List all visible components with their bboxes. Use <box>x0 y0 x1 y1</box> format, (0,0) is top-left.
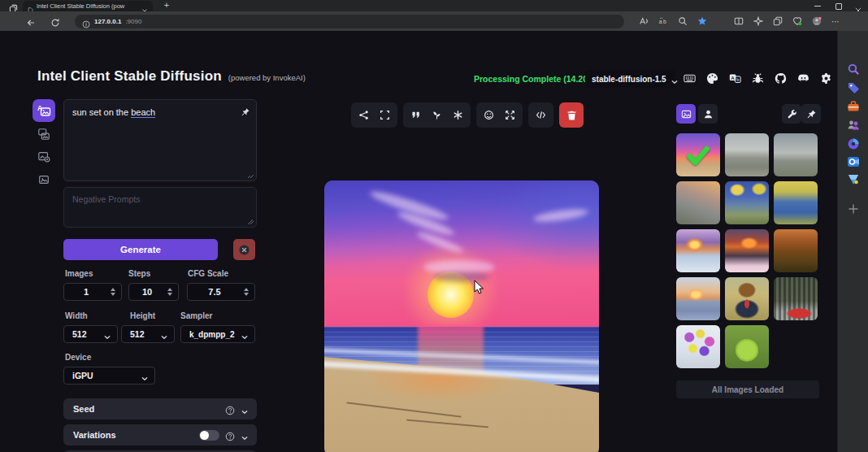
gallery-images-view-button[interactable] <box>676 104 696 124</box>
window-close-icon[interactable] <box>855 2 861 9</box>
gallery-thumbnail-green-apple[interactable] <box>725 325 769 368</box>
gallery-thumbnail-ocean-sunset[interactable] <box>676 277 720 320</box>
metadata-code-icon[interactable] <box>536 110 546 120</box>
device-select[interactable]: iGPU <box>63 367 155 385</box>
gallery-thumbnail-flower-bouquet[interactable] <box>676 325 720 368</box>
cancel-button[interactable] <box>233 239 255 260</box>
accordion-seed[interactable]: Seed <box>63 398 257 419</box>
new-tab-button[interactable]: + <box>161 0 172 11</box>
pin-icon[interactable] <box>241 106 250 115</box>
prompt-input[interactable]: sun set on the beach <box>63 99 257 181</box>
back-icon[interactable] <box>26 16 36 26</box>
chevron-down-icon[interactable] <box>241 431 249 439</box>
tab-actions-icon[interactable] <box>9 2 18 11</box>
stepper-arrows[interactable] <box>108 288 118 296</box>
maximize-icon[interactable] <box>835 2 841 9</box>
images-label: Images <box>65 269 93 278</box>
generate-button[interactable]: Generate <box>63 239 218 260</box>
tab-image-to-image[interactable] <box>35 125 53 143</box>
use-seed-icon[interactable] <box>432 110 442 120</box>
gallery-thumbnail-van-gogh-truck[interactable] <box>725 181 769 224</box>
gallery-thumbnail-dog-in-suit[interactable] <box>725 277 769 320</box>
height-select[interactable]: 512 <box>121 325 175 343</box>
negative-prompt-input[interactable]: Negative Prompts <box>63 187 257 228</box>
help-icon[interactable] <box>225 404 235 414</box>
steps-stepper[interactable]: 10 <box>128 283 179 301</box>
collections-icon[interactable] <box>753 16 763 26</box>
accordion-variations[interactable]: Variations <box>63 424 257 445</box>
read-aloud-icon[interactable] <box>639 16 649 26</box>
svg-text:b: b <box>736 77 739 82</box>
resize-grip[interactable] <box>248 172 254 178</box>
tab-postprocessing[interactable] <box>35 148 53 166</box>
reload-icon[interactable] <box>50 16 60 26</box>
sidebar-shopping-icon[interactable] <box>847 81 860 94</box>
resize-grip[interactable] <box>248 219 254 224</box>
cfg-stepper[interactable]: 7.5 <box>187 283 255 301</box>
upscale-icon[interactable] <box>505 110 515 120</box>
generated-image[interactable] <box>324 180 599 452</box>
url-bar[interactable]: 127.0.0.1 :9090 <box>75 15 624 28</box>
theme-palette-icon[interactable] <box>706 72 718 85</box>
gallery-thumbnail-gray-house-2[interactable] <box>774 133 818 176</box>
favorite-star-icon[interactable] <box>697 16 707 26</box>
site-info-icon[interactable] <box>82 17 90 25</box>
delete-image-button[interactable] <box>559 102 584 128</box>
gallery-uploads-view-button[interactable] <box>698 104 718 124</box>
invokeai-app: Intel Client Stable Diffusion (powered b… <box>0 31 837 452</box>
minimize-icon[interactable] <box>814 2 821 9</box>
sidebar-search-icon[interactable] <box>847 63 860 76</box>
sampler-select[interactable]: k_dpmpp_2 <box>180 325 255 343</box>
translate-icon[interactable]: ab <box>658 16 668 26</box>
split-screen-icon[interactable] <box>734 16 744 26</box>
fit-frame-icon[interactable] <box>380 110 390 120</box>
gallery-thumbnail-sunset-beach[interactable] <box>676 133 720 176</box>
profile-avatar-icon[interactable] <box>812 16 822 26</box>
browser-tab[interactable]: Intel Client Stable Diffusion (pow <box>23 1 153 11</box>
tab-nodes[interactable] <box>35 171 53 189</box>
sidebar-outlook-icon[interactable] <box>847 155 860 168</box>
gallery-settings-button[interactable] <box>782 104 801 124</box>
face-restore-icon[interactable] <box>484 110 494 120</box>
share-icon[interactable] <box>358 110 369 120</box>
sidebar-toolbox-icon[interactable] <box>847 100 860 113</box>
chevron-down-icon <box>160 330 168 338</box>
chevron-down-icon[interactable] <box>241 405 249 413</box>
use-all-icon[interactable] <box>453 110 463 120</box>
model-select[interactable]: stable-diffusion-1.5 <box>585 70 675 88</box>
sidebar-designer-icon[interactable] <box>847 173 860 186</box>
discord-icon[interactable] <box>797 72 809 85</box>
sidebar-games-icon[interactable] <box>847 119 860 132</box>
more-menu-icon[interactable]: ⋯ <box>831 17 840 26</box>
sidebar-media-icon[interactable] <box>847 137 860 150</box>
hotkeys-keyboard-icon[interactable] <box>684 72 696 85</box>
toggle-switch-off[interactable] <box>199 430 219 441</box>
browser-essentials-icon[interactable] <box>792 16 802 26</box>
gallery-thumbnail-mountain-sunset[interactable] <box>725 229 769 272</box>
images-stepper[interactable]: 1 <box>63 283 122 301</box>
tab-close-icon[interactable] <box>141 3 148 10</box>
mouse-cursor <box>474 280 484 295</box>
negative-prompt-placeholder: Negative Prompts <box>72 194 248 204</box>
report-bug-icon[interactable] <box>752 72 764 85</box>
stepper-arrows[interactable] <box>165 288 175 296</box>
gallery-thumbnail-house-sunset[interactable] <box>676 181 720 224</box>
sidebar-add-icon[interactable] <box>847 202 860 215</box>
tab-text-to-image[interactable]: A <box>33 99 55 122</box>
github-icon[interactable] <box>775 72 787 85</box>
use-prompt-icon[interactable] <box>410 110 421 120</box>
gallery-pin-button[interactable] <box>801 104 821 124</box>
help-icon[interactable] <box>225 430 235 440</box>
language-icon[interactable]: Ab <box>729 72 741 85</box>
gallery-thumbnail-gray-house[interactable] <box>725 133 769 176</box>
web-capture-icon[interactable] <box>773 16 783 26</box>
stepper-arrows[interactable] <box>241 288 251 296</box>
svg-text:a: a <box>659 19 662 24</box>
width-select[interactable]: 512 <box>63 325 118 343</box>
gallery-thumbnail-van-gogh-truck-2[interactable] <box>774 181 818 224</box>
gallery-thumbnail-red-car-forest[interactable] <box>774 277 818 320</box>
settings-gear-icon[interactable] <box>820 72 832 85</box>
zoom-icon[interactable] <box>678 16 688 26</box>
gallery-thumbnail-winter-lake-sunset[interactable] <box>676 229 720 272</box>
gallery-thumbnail-autumn-hills[interactable] <box>774 229 818 272</box>
